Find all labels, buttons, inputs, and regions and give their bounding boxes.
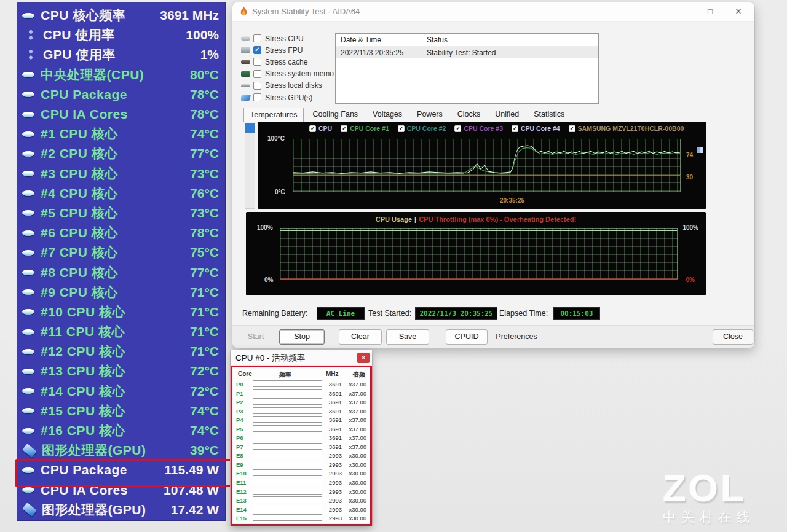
- throttling-warning: CPU Throttling (max 0%) - Overheating De…: [419, 216, 576, 223]
- frequency-bar: [253, 469, 322, 476]
- osd-row: CPU IA Cores 78°C: [17, 104, 225, 124]
- legend-item[interactable]: CPU Core #1: [341, 125, 389, 132]
- sensor-label: #12 CPU 核心: [41, 343, 190, 360]
- legend-checkbox[interactable]: [309, 125, 316, 132]
- tab[interactable]: Statistics: [528, 108, 571, 122]
- legend-checkbox[interactable]: [398, 125, 405, 132]
- osd-row: #10 CPU 核心 71°C: [17, 302, 225, 322]
- frequency-bar: [253, 398, 322, 405]
- core-label: E9: [236, 461, 251, 468]
- frequency-bar: [253, 479, 322, 485]
- tab[interactable]: Temperatures: [243, 108, 304, 122]
- core-frequency-row: E13 2993 x30.00: [232, 496, 370, 505]
- stress-option[interactable]: Stress GPU(s): [241, 92, 334, 103]
- freq-title-bar[interactable]: CPU #0 - 活动频率 ✕: [231, 350, 372, 366]
- stress-option[interactable]: Stress system memory: [241, 68, 334, 80]
- legend-item[interactable]: CPU: [309, 125, 332, 132]
- osd-row: 中央处理器(CPU) 80°C: [17, 65, 225, 85]
- stress-option[interactable]: Stress local disks: [241, 80, 334, 92]
- sensor-icon: [22, 92, 34, 97]
- elapsed-value: 00:15:03: [553, 307, 600, 320]
- legend-checkbox[interactable]: [512, 125, 518, 132]
- log-header: Date & Time Status: [336, 34, 598, 47]
- col-multiplier: 倍频: [353, 370, 365, 379]
- frequency-bar: [253, 514, 322, 521]
- legend-checkbox[interactable]: [454, 125, 461, 132]
- tab[interactable]: Powers: [411, 108, 449, 122]
- scrollbar-thumb[interactable]: [245, 123, 255, 133]
- stress-icon: [241, 36, 250, 41]
- legend-item[interactable]: CPU Core #2: [398, 125, 446, 132]
- core-label: E12: [236, 488, 251, 495]
- stop-button[interactable]: Stop: [279, 329, 325, 345]
- legend-checkbox[interactable]: [569, 125, 575, 132]
- sensor-value: 80°C: [190, 68, 219, 82]
- cpuid-button[interactable]: CPUID: [446, 329, 488, 345]
- preferences-button[interactable]: Preferences: [491, 329, 542, 345]
- status-row: Remaining Battery: AC Line Test Started:…: [232, 307, 754, 321]
- stress-option[interactable]: Stress cache: [241, 56, 334, 68]
- sensor-label: #6 CPU 核心: [41, 224, 190, 241]
- core-multiplier: x30.00: [342, 479, 366, 486]
- core-label: E13: [236, 497, 251, 504]
- osd-row: 图形处理器(GPU) 39°C: [17, 440, 225, 460]
- core-mhz: 3691: [318, 408, 342, 415]
- sensor-icon: [22, 428, 34, 434]
- sensor-icon: [22, 388, 34, 394]
- freq-close-button[interactable]: ✕: [357, 353, 370, 363]
- core-multiplier: x37.00: [342, 444, 366, 450]
- usage-grid: [280, 228, 678, 280]
- legend-scrollbar[interactable]: [245, 123, 255, 209]
- save-button[interactable]: Save: [386, 329, 429, 345]
- cpu-usage-chart: CPU Usage|CPU Throttling (max 0%) - Over…: [246, 212, 706, 295]
- core-label: P0: [236, 381, 251, 388]
- stress-checkbox[interactable]: [253, 93, 261, 101]
- stress-checkbox[interactable]: [253, 46, 261, 54]
- stress-option[interactable]: Stress CPU: [241, 33, 334, 44]
- minimize-button[interactable]: —: [668, 2, 695, 21]
- sensor-icon: [22, 369, 34, 374]
- stress-checkbox[interactable]: [253, 34, 261, 42]
- core-label: E8: [236, 452, 251, 459]
- core-frequency-row: E15 2993 x30.00: [232, 514, 370, 523]
- sensor-icon: [22, 487, 34, 493]
- legend-item[interactable]: CPU Core #4: [512, 125, 560, 132]
- sensor-label: CPU IA Cores: [41, 483, 164, 498]
- maximize-button[interactable]: □: [697, 2, 724, 21]
- time-axis-label: 20:35:25: [500, 197, 524, 204]
- title-bar[interactable]: System Stability Test - AIDA64 — □ ✕: [232, 2, 754, 22]
- core-mhz: 3691: [318, 417, 342, 423]
- stress-checkbox[interactable]: [253, 58, 261, 66]
- sensor-label: #10 CPU 核心: [41, 303, 190, 321]
- sensor-label: #8 CPU 核心: [41, 264, 190, 281]
- tab[interactable]: Unified: [489, 108, 525, 122]
- stress-checkbox[interactable]: [253, 70, 261, 78]
- osd-row: CPU Package 78°C: [17, 85, 225, 104]
- log-row[interactable]: 2022/11/3 20:35:25 Stability Test: Start…: [336, 47, 598, 58]
- start-button[interactable]: Start: [241, 329, 271, 345]
- sensor-value: 74°C: [190, 423, 219, 438]
- legend-item[interactable]: SAMSUNG MZVL21T0HCLR-00B00: [569, 125, 684, 132]
- sensor-value: 71°C: [190, 324, 219, 339]
- legend-item[interactable]: CPU Core #3: [454, 125, 503, 132]
- stress-options-list: Stress CPU Stress FPU Stress cache Stres…: [241, 33, 334, 103]
- sensor-icon: [22, 444, 37, 458]
- sensor-icon: [22, 309, 34, 315]
- frequency-bar: [253, 416, 322, 423]
- frequency-bar: [253, 461, 322, 467]
- tab[interactable]: Voltages: [366, 108, 408, 122]
- core-multiplier: x30.00: [342, 470, 366, 477]
- clear-button[interactable]: Clear: [339, 329, 382, 345]
- tab[interactable]: Cooling Fans: [306, 108, 364, 122]
- core-frequency-row: E14 2993 x30.00: [232, 505, 370, 514]
- close-dialog-button[interactable]: Close: [713, 329, 753, 345]
- sensor-icon: [22, 270, 34, 275]
- event-log-listbox[interactable]: Date & Time Status 2022/11/3 20:35:25 St…: [335, 33, 599, 104]
- stress-option[interactable]: Stress FPU: [241, 44, 334, 56]
- stress-label: Stress FPU: [265, 46, 303, 55]
- legend-checkbox[interactable]: [341, 125, 347, 132]
- sensor-label: CPU Package: [41, 463, 164, 477]
- stress-checkbox[interactable]: [253, 82, 261, 90]
- close-button[interactable]: ✕: [725, 2, 752, 21]
- tab[interactable]: Clocks: [451, 108, 487, 122]
